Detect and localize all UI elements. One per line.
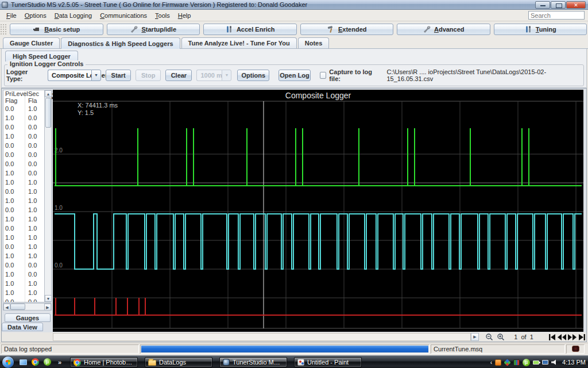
scrollbar-thumb[interactable] <box>10 304 25 310</box>
minimize-button[interactable] <box>535 1 550 9</box>
chrome-icon[interactable] <box>32 358 39 366</box>
menu-options[interactable]: Options <box>21 10 51 21</box>
quick-launch-overflow-icon[interactable]: » <box>58 359 61 366</box>
flag-data-table[interactable]: PriLevelFlag SecFla 0.01.01.00.00.00.01.… <box>3 90 44 302</box>
taskbar-button-untitled-paint[interactable]: Untitled - Paint <box>294 357 362 367</box>
table-row[interactable]: 0.01.0 <box>3 205 44 214</box>
scroll-left-icon[interactable] <box>3 304 10 310</box>
menu-data-logging[interactable]: Data Logging <box>51 10 96 21</box>
tuning-button[interactable]: Tuning <box>494 24 587 35</box>
tray-volume-icon[interactable] <box>551 359 557 365</box>
tray-display-color-icon[interactable] <box>513 359 520 366</box>
taskbar-clock[interactable]: 4:13 PM <box>562 359 586 366</box>
taskbar-button-datalogs[interactable]: DataLogs <box>145 357 212 367</box>
table-row[interactable]: 1.01.0 <box>3 178 44 187</box>
progress-bar <box>141 346 428 352</box>
logger-type-select[interactable]: Composite Logger <box>48 70 101 81</box>
table-row[interactable]: 0.01.0 <box>3 104 44 113</box>
menu-help[interactable]: Help <box>174 10 195 21</box>
stop-button[interactable]: Stop <box>136 70 161 81</box>
capture-to-log-checkbox[interactable] <box>320 72 327 79</box>
previous-page-button[interactable] <box>557 333 566 342</box>
window-title: TunerStudio MS v2.5.05 - Street Tune ( G… <box>11 1 535 8</box>
extended-button[interactable]: Extended <box>300 24 394 35</box>
table-horizontal-scrollbar[interactable] <box>3 303 52 310</box>
menu-file[interactable]: File <box>2 10 21 21</box>
table-row[interactable]: 1.00.0 <box>3 132 44 141</box>
table-vertical-scrollbar[interactable] <box>44 90 52 302</box>
menu-communications[interactable]: Communications <box>96 10 151 21</box>
tab-notes[interactable]: Notes <box>298 37 330 48</box>
tray-network-icon[interactable] <box>542 360 548 365</box>
zoom-out-button[interactable] <box>484 333 494 342</box>
table-row[interactable]: 1.00.0 <box>3 270 44 279</box>
interval-value: 1000 ms <box>196 70 222 81</box>
toolbar-drag-handle[interactable] <box>0 24 6 35</box>
table-row[interactable]: 1.01.0 <box>3 288 44 297</box>
taskbar-button-home-photobucke[interactable]: Home | Photobucke... <box>70 357 138 367</box>
paint-icon <box>297 359 304 366</box>
table-row[interactable]: 0.01.0 <box>3 242 44 251</box>
tray-messenger-icon[interactable] <box>495 359 501 366</box>
clear-button[interactable]: Clear <box>165 70 192 81</box>
table-row[interactable]: 0.00.0 <box>3 297 44 302</box>
scroll-down-icon[interactable] <box>45 295 52 302</box>
close-button[interactable] <box>566 1 586 9</box>
taskbar-button-tunerstudio-ms-v2[interactable]: TunerStudio MS v2.... <box>219 357 287 367</box>
maximize-button[interactable] <box>551 1 566 9</box>
start-button[interactable]: Start <box>106 70 131 81</box>
first-page-button[interactable] <box>547 333 556 342</box>
start-button[interactable] <box>2 356 14 368</box>
composite-logger-chart[interactable]: 2.01.00.0 Composite Logger X: 74411.3 ms… <box>53 90 583 332</box>
table-row[interactable]: 1.01.0 <box>3 251 44 260</box>
table-row[interactable]: 0.01.0 <box>3 187 44 196</box>
pri-level-cell: 0.0 <box>3 159 25 168</box>
table-row[interactable]: 0.00.0 <box>3 260 44 270</box>
tray-expand-icon[interactable]: ‹ <box>490 359 492 366</box>
tab-tune-analyze-live-tune-for-you[interactable]: Tune Analyze Live! - Tune For You <box>181 37 297 48</box>
open-log-button[interactable]: Open Log <box>278 70 311 81</box>
last-page-button[interactable] <box>577 333 586 342</box>
table-row[interactable]: 1.01.0 <box>3 214 44 224</box>
accel-enrich-button[interactable]: Accel Enrich <box>203 24 297 35</box>
table-row[interactable]: 0.00.0 <box>3 150 44 159</box>
tab-gauge-cluster[interactable]: Gauge Cluster <box>3 37 60 48</box>
advanced-button[interactable]: Advanced <box>397 24 490 35</box>
table-row[interactable]: 1.00.0 <box>3 113 44 122</box>
table-row[interactable]: 0.00.0 <box>3 141 44 150</box>
chart-scroll-right-icon[interactable] <box>471 333 479 341</box>
tray-security-icon[interactable] <box>504 359 510 366</box>
tab-gauges[interactable]: Gauges <box>5 313 51 322</box>
sec-level-cell: 1.0 <box>25 205 42 214</box>
taskbar-button-label: TunerStudio MS v2.... <box>233 359 284 366</box>
sec-level-cell: 1.0 <box>25 214 42 224</box>
tunerstudio-icon <box>223 359 230 366</box>
table-row[interactable]: 0.00.0 <box>3 122 44 132</box>
show-desktop-icon[interactable] <box>20 359 27 365</box>
scrollbar-thumb[interactable] <box>45 98 51 128</box>
table-row[interactable]: 1.01.0 <box>3 233 44 242</box>
scroll-up-icon[interactable] <box>45 90 52 97</box>
pri-level-cell: 0.0 <box>3 297 25 302</box>
chart-plot[interactable]: 2.01.00.0 <box>53 90 583 332</box>
search-input[interactable] <box>528 11 585 20</box>
options-button[interactable]: Options <box>237 70 269 81</box>
table-row[interactable]: 1.01.0 <box>3 279 44 288</box>
basic-setup-button[interactable]: Basic setup <box>10 24 103 35</box>
table-row[interactable]: 1.01.0 <box>3 196 44 205</box>
utorrent-icon[interactable] <box>44 358 51 366</box>
tab-data-view[interactable]: Data View <box>2 323 43 331</box>
table-row[interactable]: 0.00.0 <box>3 159 44 168</box>
tray-battery-icon[interactable] <box>533 361 539 365</box>
next-page-button[interactable] <box>567 333 577 342</box>
tray-utorrent-icon[interactable] <box>523 359 530 366</box>
startup-idle-button[interactable]: Startup/idle <box>107 24 200 35</box>
table-row[interactable]: 0.01.0 <box>3 224 44 233</box>
zoom-in-button[interactable] <box>496 333 505 342</box>
menu-tools[interactable]: Tools <box>151 10 174 21</box>
chart-horizontal-scrollbar[interactable] <box>53 333 471 341</box>
tab-diagnostics-high-speed-loggers[interactable]: Diagnostics & High Speed Loggers <box>61 37 180 49</box>
table-row[interactable]: 1.00.0 <box>3 168 44 178</box>
interval-select[interactable]: 1000 ms <box>196 70 231 81</box>
scroll-right-icon[interactable] <box>44 304 51 310</box>
